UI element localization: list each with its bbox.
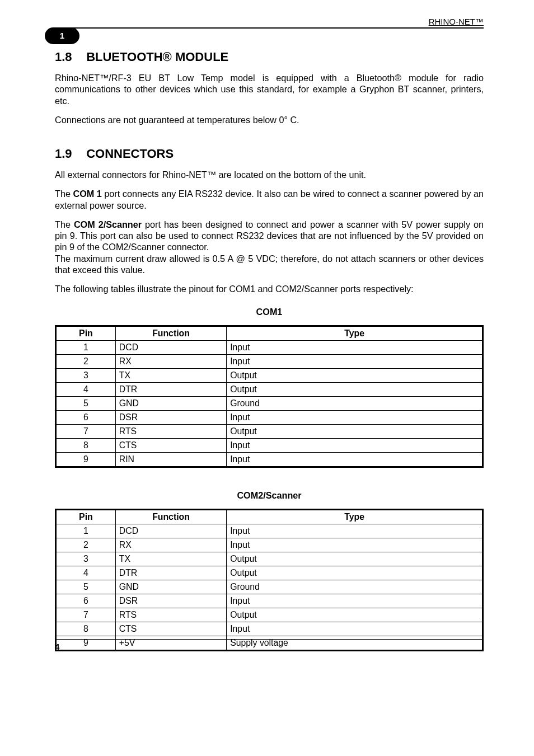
table-row: 7RTSOutput bbox=[56, 608, 483, 622]
td-type: Ground bbox=[227, 397, 483, 411]
td-function: RTS bbox=[115, 425, 226, 439]
th-type: Type bbox=[227, 326, 483, 341]
td-pin: 1 bbox=[56, 524, 116, 538]
td-function: CTS bbox=[115, 622, 226, 636]
text-span: The bbox=[55, 219, 74, 229]
td-pin: 6 bbox=[56, 594, 116, 608]
td-type: Input bbox=[227, 524, 483, 538]
td-function: DTR bbox=[115, 383, 226, 397]
table-row: 8CTSInput bbox=[56, 622, 483, 636]
td-pin: 5 bbox=[56, 580, 116, 594]
table-title-com1: COM1 bbox=[55, 307, 484, 317]
td-type: Ground bbox=[227, 580, 483, 594]
body-paragraph: All external connectors for Rhino-NET™ a… bbox=[55, 169, 484, 180]
td-pin: 6 bbox=[56, 411, 116, 425]
td-pin: 9 bbox=[56, 453, 116, 467]
th-function: Function bbox=[115, 510, 226, 524]
td-function: DCD bbox=[115, 524, 226, 538]
td-type: Output bbox=[227, 425, 483, 439]
td-function: DSR bbox=[115, 411, 226, 425]
td-pin: 2 bbox=[56, 538, 116, 552]
table-row: 3TXOutput bbox=[56, 369, 483, 383]
td-type: Input bbox=[227, 411, 483, 425]
header-product: RHINO-NET™ bbox=[55, 17, 484, 26]
body-paragraph: The maximum current draw allowed is 0.5 … bbox=[55, 253, 484, 276]
th-type: Type bbox=[227, 510, 483, 524]
table-row: 2RXInput bbox=[56, 355, 483, 369]
section-title: CONNECTORS bbox=[86, 147, 174, 161]
body-paragraph: The COM 2/Scanner port has been designed… bbox=[55, 219, 484, 253]
table-header-row: Pin Function Type bbox=[56, 510, 483, 524]
section-heading-bluetooth: 1.8 BLUETOOTH® MODULE bbox=[55, 50, 484, 64]
td-pin: 8 bbox=[56, 622, 116, 636]
table-row: 6DSRInput bbox=[56, 594, 483, 608]
td-type: Input bbox=[227, 594, 483, 608]
td-pin: 3 bbox=[56, 369, 116, 383]
table-header-row: Pin Function Type bbox=[56, 326, 483, 341]
td-function: GND bbox=[115, 580, 226, 594]
td-type: Input bbox=[227, 622, 483, 636]
table-row: 7RTSOutput bbox=[56, 425, 483, 439]
td-type: Output bbox=[227, 608, 483, 622]
bold-term: COM 2/Scanner bbox=[74, 219, 142, 229]
td-type: Input bbox=[227, 341, 483, 355]
td-type: Input bbox=[227, 538, 483, 552]
td-pin: 5 bbox=[56, 397, 116, 411]
td-function: DTR bbox=[115, 566, 226, 580]
td-type: Output bbox=[227, 566, 483, 580]
td-pin: 3 bbox=[56, 552, 116, 566]
td-type: Output bbox=[227, 369, 483, 383]
body-paragraph: The COM 1 port connects any EIA RS232 de… bbox=[55, 188, 484, 211]
td-type: Input bbox=[227, 439, 483, 453]
table-row: 8CTSInput bbox=[56, 439, 483, 453]
td-function: DSR bbox=[115, 594, 226, 608]
footer-rule bbox=[55, 639, 484, 640]
td-type: Output bbox=[227, 552, 483, 566]
table-title-com2: COM2/Scanner bbox=[55, 490, 484, 501]
td-function: RIN bbox=[115, 453, 226, 467]
table-com1: Pin Function Type 1DCDInput 2RXInput 3TX… bbox=[55, 325, 484, 468]
td-function: DCD bbox=[115, 341, 226, 355]
table-row: 2RXInput bbox=[56, 538, 483, 552]
th-function: Function bbox=[115, 326, 226, 341]
bold-term: COM 1 bbox=[73, 189, 101, 199]
section-heading-connectors: 1.9 CONNECTORS bbox=[55, 147, 484, 161]
td-function: GND bbox=[115, 397, 226, 411]
table-row: 5GNDGround bbox=[56, 397, 483, 411]
body-paragraph: The following tables illustrate the pino… bbox=[55, 283, 484, 294]
td-function: TX bbox=[115, 552, 226, 566]
text-span: port connects any EIA RS232 device. It a… bbox=[55, 189, 484, 210]
table-row: 5GNDGround bbox=[56, 580, 483, 594]
td-type: Input bbox=[227, 355, 483, 369]
table-row: 9RINInput bbox=[56, 453, 483, 467]
td-pin: 1 bbox=[56, 341, 116, 355]
table-row: 1DCDInput bbox=[56, 524, 483, 538]
td-pin: 8 bbox=[56, 439, 116, 453]
body-paragraph: Connections are not guaranteed at temper… bbox=[55, 114, 484, 125]
td-pin: 7 bbox=[56, 425, 116, 439]
th-pin: Pin bbox=[56, 326, 116, 341]
td-pin: 2 bbox=[56, 355, 116, 369]
table-row: 4DTROutput bbox=[56, 383, 483, 397]
td-function: RX bbox=[115, 355, 226, 369]
td-function: TX bbox=[115, 369, 226, 383]
section-number: 1.8 bbox=[55, 50, 83, 64]
footer: 4 bbox=[55, 635, 484, 651]
section-number: 1.9 bbox=[55, 147, 83, 161]
table-row: 3TXOutput bbox=[56, 552, 483, 566]
td-function: CTS bbox=[115, 439, 226, 453]
header-rule bbox=[55, 27, 484, 29]
td-function: RX bbox=[115, 538, 226, 552]
td-pin: 4 bbox=[56, 383, 116, 397]
td-type: Input bbox=[227, 453, 483, 467]
table-row: 1DCDInput bbox=[56, 341, 483, 355]
th-pin: Pin bbox=[56, 510, 116, 524]
chapter-badge: 1 bbox=[45, 27, 79, 44]
page-number: 4 bbox=[55, 642, 484, 651]
table-row: 4DTROutput bbox=[56, 566, 483, 580]
td-type: Output bbox=[227, 383, 483, 397]
body-paragraph: Rhino-NET™/RF-3 EU BT Low Temp model is … bbox=[55, 72, 484, 106]
td-function: RTS bbox=[115, 608, 226, 622]
text-span: The bbox=[55, 189, 73, 199]
table-com2: Pin Function Type 1DCDInput 2RXInput 3TX… bbox=[55, 509, 484, 651]
